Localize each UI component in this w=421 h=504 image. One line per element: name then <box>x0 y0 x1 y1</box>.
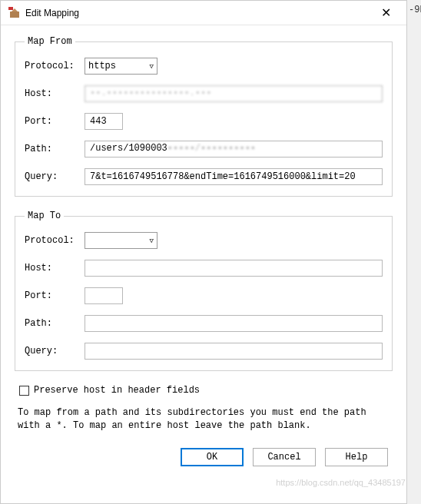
svg-rect-2 <box>8 7 13 10</box>
map-to-host-label: Host: <box>25 263 85 274</box>
map-from-query-label: Query: <box>25 171 85 182</box>
titlebar: Edit Mapping ✕ <box>1 1 406 25</box>
map-from-port-input[interactable] <box>85 113 123 130</box>
map-to-query-input[interactable] <box>85 343 383 360</box>
help-button[interactable]: Help <box>325 448 388 466</box>
map-from-protocol-select[interactable]: https ▽ <box>85 58 157 75</box>
map-to-protocol-select[interactable]: ▽ <box>85 232 157 249</box>
map-to-protocol-label: Protocol: <box>25 235 85 246</box>
map-to-path-input[interactable] <box>85 315 383 332</box>
right-fragment-text: -9E <box>409 5 421 15</box>
map-from-host-label: Host: <box>25 88 85 99</box>
map-to-port-input[interactable] <box>85 287 123 304</box>
dialog-content: Map From Protocol: https ▽ Host: ▪▪.▪▪▪▪… <box>1 25 406 474</box>
map-to-query-label: Query: <box>25 346 85 356</box>
help-text: To map from a path and its subdirectorie… <box>18 406 390 433</box>
map-from-path-input[interactable]: /users/1090003▪▪▪▪▪/▪▪▪▪▪▪▪▪▪▪ <box>85 141 383 158</box>
map-from-legend: Map From <box>25 36 75 47</box>
preserve-host-checkbox-row[interactable]: Preserve host in header fields <box>19 385 393 396</box>
edit-mapping-dialog: Edit Mapping ✕ Map From Protocol: https … <box>0 0 407 504</box>
preserve-host-checkbox[interactable] <box>19 386 29 396</box>
map-from-group: Map From Protocol: https ▽ Host: ▪▪.▪▪▪▪… <box>15 36 393 197</box>
map-to-legend: Map To <box>25 211 64 221</box>
app-icon <box>8 7 21 19</box>
map-to-host-input[interactable] <box>85 260 383 277</box>
map-from-query-input[interactable] <box>85 168 383 185</box>
cancel-button[interactable]: Cancel <box>253 448 316 466</box>
map-to-path-label: Path: <box>25 318 85 329</box>
chevron-down-icon: ▽ <box>150 62 154 71</box>
preserve-host-label: Preserve host in header fields <box>34 385 200 396</box>
ok-button[interactable]: OK <box>181 448 244 466</box>
map-from-port-label: Port: <box>25 116 85 127</box>
window-title: Edit Mapping <box>25 8 373 18</box>
svg-rect-0 <box>10 12 19 18</box>
map-to-group: Map To Protocol: ▽ Host: Port: Path: <box>15 211 393 371</box>
map-to-port-label: Port: <box>25 290 85 301</box>
map-from-path-label: Path: <box>25 144 85 154</box>
chevron-down-icon: ▽ <box>150 237 154 245</box>
button-row: OK Cancel Help <box>15 448 393 466</box>
map-from-protocol-value: https <box>88 61 116 71</box>
map-from-protocol-label: Protocol: <box>25 61 85 71</box>
map-from-host-input[interactable]: ▪▪.▪▪▪▪▪▪▪▪▪▪▪▪▪▪▪.▪▪▪ <box>85 85 383 102</box>
close-icon[interactable]: ✕ <box>373 5 399 20</box>
